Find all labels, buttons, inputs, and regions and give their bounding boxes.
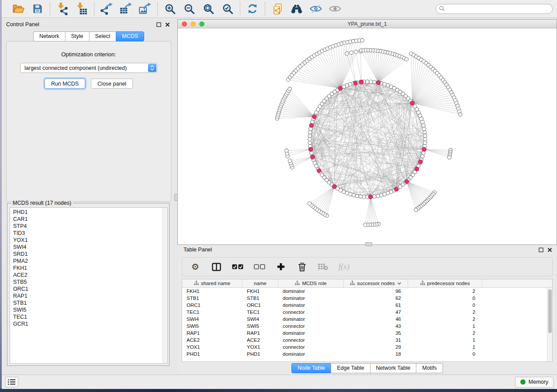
save-session-icon[interactable] bbox=[31, 2, 45, 15]
graph-hub-node[interactable] bbox=[308, 147, 312, 151]
tab-mcds[interactable]: MCDS bbox=[116, 31, 144, 41]
graph-leaf-node[interactable] bbox=[447, 155, 451, 159]
run-mcds-button[interactable]: Run MCDS bbox=[45, 79, 85, 89]
mcds-result-item[interactable]: PMA2 bbox=[10, 258, 162, 265]
mcds-result-item[interactable]: SRD1 bbox=[10, 251, 162, 258]
export-network-icon[interactable] bbox=[100, 2, 114, 15]
mcds-result-item[interactable]: CAR1 bbox=[10, 216, 162, 223]
mcds-result-item[interactable]: GCR1 bbox=[10, 320, 162, 327]
graph-leaf-node[interactable] bbox=[354, 50, 357, 54]
zoom-fit-icon[interactable] bbox=[201, 2, 215, 15]
import-network-icon[interactable] bbox=[55, 2, 69, 15]
mcds-result-list[interactable]: PHD1CAR1STP4TID3YOX1SWI4SRD1PMA2FKH1ACE2… bbox=[10, 207, 168, 364]
table-row[interactable]: SWI5SWI5connector431 bbox=[182, 323, 552, 330]
graph-node[interactable] bbox=[422, 124, 425, 127]
mcds-result-item[interactable]: RAP1 bbox=[10, 292, 162, 299]
mcds-result-item[interactable]: PHD1 bbox=[10, 209, 162, 216]
table-scrollbar-thumb[interactable] bbox=[548, 289, 552, 333]
tab-motifs[interactable]: Motifs bbox=[416, 363, 443, 373]
mcds-result-item[interactable]: YOX1 bbox=[10, 237, 162, 244]
show-columns-icon[interactable] bbox=[211, 261, 221, 272]
graph-hub-node[interactable] bbox=[405, 179, 408, 183]
mcds-list-scrollbar[interactable] bbox=[163, 208, 167, 363]
float-table-panel-icon[interactable] bbox=[538, 247, 544, 253]
graph-node[interactable] bbox=[376, 194, 380, 198]
table-row[interactable]: RAP1RAP1dominator352 bbox=[182, 330, 552, 337]
graph-hub-node[interactable] bbox=[422, 147, 426, 151]
graph-node[interactable] bbox=[309, 127, 312, 131]
graph-hub-node[interactable] bbox=[410, 101, 414, 105]
zoom-selected-icon[interactable] bbox=[221, 2, 235, 15]
graph-leaf-node[interactable] bbox=[363, 223, 367, 227]
graph-leaf-node[interactable] bbox=[360, 38, 364, 42]
close-table-panel-icon[interactable] bbox=[547, 247, 553, 253]
mcds-result-item[interactable]: SWI4 bbox=[10, 244, 162, 251]
tab-select[interactable]: Select bbox=[89, 31, 116, 41]
graph-hub-node[interactable] bbox=[311, 155, 315, 159]
graph-node[interactable] bbox=[423, 134, 427, 138]
graph-hub-node[interactable] bbox=[360, 80, 363, 84]
graph-node[interactable] bbox=[383, 193, 386, 196]
mcds-result-item[interactable]: FKH1 bbox=[10, 265, 162, 272]
tab-network[interactable]: Network bbox=[33, 31, 65, 41]
graph-leaf-node[interactable] bbox=[288, 87, 291, 90]
mcds-result-item[interactable]: STB5 bbox=[10, 279, 162, 285]
graph-node[interactable] bbox=[423, 138, 427, 141]
table-row[interactable]: STB1STB1dominator620 bbox=[182, 295, 552, 302]
graph-node[interactable] bbox=[362, 195, 366, 199]
column-header-successor-nodes[interactable]: successor nodes bbox=[344, 279, 408, 287]
graph-leaf-node[interactable] bbox=[288, 159, 291, 162]
mcds-result-item[interactable]: TID3 bbox=[10, 230, 162, 237]
graph-node[interactable] bbox=[355, 194, 359, 198]
graph-leaf-node[interactable] bbox=[285, 149, 288, 152]
search-network-icon[interactable] bbox=[290, 2, 304, 15]
graph-hub-node[interactable] bbox=[394, 187, 398, 191]
graph-node[interactable] bbox=[373, 195, 376, 198]
graph-node[interactable] bbox=[379, 193, 383, 197]
mcds-result-item[interactable]: ORC1 bbox=[10, 285, 162, 292]
graph-hub-node[interactable] bbox=[353, 81, 357, 85]
tab-network-table[interactable]: Network Table bbox=[370, 363, 416, 373]
graph-hub-node[interactable] bbox=[368, 195, 372, 199]
graph-hub-node[interactable] bbox=[338, 86, 342, 90]
table-row[interactable]: PHD1PHD1dominator180 bbox=[182, 351, 552, 358]
delete-column-icon[interactable] bbox=[297, 261, 307, 272]
optimization-criterion-select[interactable]: largest connected component (undirected) bbox=[20, 63, 157, 73]
zoom-out-icon[interactable] bbox=[182, 2, 196, 15]
open-file-icon[interactable] bbox=[11, 2, 25, 15]
memory-button[interactable]: Memory bbox=[515, 377, 554, 388]
search-input[interactable] bbox=[436, 4, 553, 14]
float-panel-icon[interactable] bbox=[156, 22, 162, 28]
graph-node[interactable] bbox=[308, 134, 311, 138]
graph-node[interactable] bbox=[369, 80, 373, 83]
graph-node[interactable] bbox=[366, 80, 369, 83]
graph-hub-node[interactable] bbox=[332, 185, 336, 189]
graph-node[interactable] bbox=[423, 141, 427, 144]
graph-leaf-node[interactable] bbox=[458, 113, 462, 116]
table-settings-icon[interactable]: ⚙ bbox=[190, 261, 201, 272]
column-header-MCDS-role[interactable]: MCDS role bbox=[278, 279, 344, 287]
network-canvas[interactable] bbox=[178, 28, 557, 244]
graph-hub-node[interactable] bbox=[309, 123, 313, 127]
graph-leaf-node[interactable] bbox=[414, 208, 418, 211]
unselect-all-checkboxes-icon[interactable] bbox=[254, 261, 265, 272]
close-panel-icon[interactable] bbox=[165, 22, 170, 28]
copy-network-document-icon[interactable] bbox=[270, 2, 284, 15]
graph-leaf-node[interactable] bbox=[349, 51, 353, 54]
table-scrollbar[interactable] bbox=[547, 288, 552, 361]
column-header-name[interactable]: name bbox=[242, 279, 278, 287]
graph-hub-node[interactable] bbox=[317, 168, 321, 172]
export-table-icon[interactable] bbox=[119, 2, 133, 15]
table-row[interactable]: ORC1ORC1dominator610 bbox=[182, 302, 552, 309]
graph-node[interactable] bbox=[422, 127, 426, 131]
column-header-shared-name[interactable]: shared name bbox=[182, 279, 242, 287]
graph-leaf-node[interactable] bbox=[345, 52, 349, 55]
mcds-result-item[interactable]: STB1 bbox=[10, 299, 162, 306]
graph-node[interactable] bbox=[310, 151, 313, 155]
graph-hub-node[interactable] bbox=[312, 115, 316, 119]
graph-node[interactable] bbox=[308, 141, 311, 144]
graph-leaf-node[interactable] bbox=[308, 202, 311, 205]
graph-hub-node[interactable] bbox=[377, 81, 381, 85]
table-row[interactable]: TEC1TEC1connector472 bbox=[182, 309, 552, 316]
horizontal-splitter-handle[interactable] bbox=[365, 242, 372, 246]
